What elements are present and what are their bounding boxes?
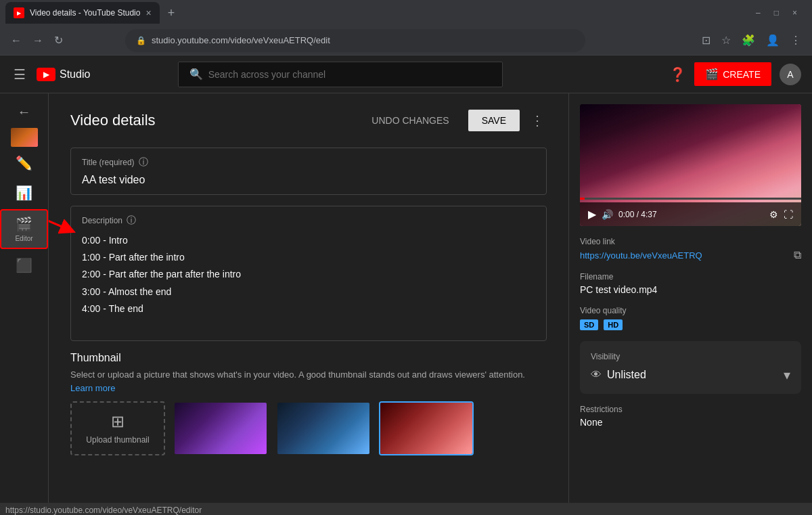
video-link-row: https://youtu.be/veVxeuAETRQ ⧉: [580, 249, 801, 261]
avatar-letter: A: [787, 69, 793, 80]
main-content: Video details UNDO CHANGES SAVE ⋮ Title …: [49, 93, 568, 503]
visibility-expand-button[interactable]: ▾: [784, 367, 790, 383]
thumbnail-section: Thumbnail Select or upload a picture tha…: [70, 352, 547, 455]
sidebar-item-analytics[interactable]: 📊: [0, 179, 48, 206]
window-controls: – □ ×: [752, 5, 807, 20]
title-value: AA test video: [82, 174, 535, 186]
description-field[interactable]: Description ⓘ 0:00 - Intro 1:00 - Part a…: [70, 206, 547, 341]
right-panel: ▶ 🔊 0:00 / 4:37 ⚙ ⛶ Video link https://y…: [568, 93, 812, 503]
status-bar: https://studio.youtube.com/video/veVxeuA…: [0, 503, 812, 515]
settings-button[interactable]: ⚙: [769, 209, 778, 220]
title-field[interactable]: Title (required) ⓘ AA test video: [70, 148, 547, 195]
restrictions-section: Restrictions None: [580, 405, 801, 428]
search-icon: 🔍: [189, 68, 203, 81]
profile-icon[interactable]: 👤: [763, 31, 782, 49]
sidebar-editor-label: Editor: [15, 235, 32, 242]
address-text: studio.youtube.com/video/veVxeuAETRQ/edi…: [152, 35, 330, 45]
thumbnail-option-3[interactable]: [379, 401, 474, 455]
bookmark-icon[interactable]: ☆: [719, 31, 734, 49]
top-right-actions: ❓ 🎬 CREATE A: [669, 62, 801, 86]
quality-label: Video quality: [580, 306, 801, 315]
video-preview: ▶ 🔊 0:00 / 4:37 ⚙ ⛶: [580, 104, 801, 226]
sidebar-item-editor[interactable]: 🎬 Editor: [0, 209, 48, 249]
quality-badges: SD HD: [580, 319, 801, 330]
description-help-icon[interactable]: ⓘ: [127, 215, 136, 227]
header-actions: UNDO CHANGES SAVE ⋮: [361, 110, 547, 131]
sidebar-item-edit[interactable]: ✏️: [0, 150, 48, 177]
sd-badge: SD: [580, 319, 598, 330]
restrictions-label: Restrictions: [580, 405, 801, 414]
video-thumbnail: ▶ 🔊 0:00 / 4:37 ⚙ ⛶: [580, 104, 801, 226]
sidebar-item-back[interactable]: ←: [0, 99, 48, 125]
visibility-text: Unlisted: [607, 369, 646, 381]
play-button[interactable]: ▶: [588, 208, 596, 221]
create-label: CREATE: [723, 69, 761, 80]
topbar: ☰ ▶ Studio 🔍 Search across your channel …: [0, 55, 812, 93]
upload-thumb-icon: ⊞: [111, 412, 125, 431]
search-bar[interactable]: 🔍 Search across your channel: [178, 62, 503, 87]
maximize-button[interactable]: □: [770, 5, 783, 20]
desc-line-2: 1:00 - Part after the intro: [82, 249, 535, 266]
reload-button[interactable]: ↻: [51, 31, 66, 49]
more-options-button[interactable]: ⋮: [528, 110, 547, 131]
visibility-value: 👁 Unlisted: [591, 369, 646, 381]
video-link-section: Video link https://youtu.be/veVxeuAETRQ …: [580, 237, 801, 261]
learn-more-link[interactable]: Learn more: [70, 383, 115, 393]
thumbnail-option-1[interactable]: [173, 401, 268, 455]
youtube-icon: ▶: [37, 68, 55, 81]
sidebar-item-subtitles[interactable]: ⬛: [0, 252, 48, 279]
new-tab-button[interactable]: +: [162, 3, 181, 23]
upload-thumbnail-button[interactable]: ⊞ Upload thumbnail: [70, 401, 165, 455]
avatar[interactable]: A: [780, 64, 801, 85]
desc-line-3: 2:00 - Part after the part after the int…: [82, 266, 535, 283]
thumbnail-description: Select or upload a picture that shows wh…: [70, 370, 547, 380]
subtitles-icon: ⬛: [16, 257, 32, 273]
toolbar-right: ⊡ ☆ 🧩 👤 ⋮: [699, 31, 804, 49]
video-url[interactable]: https://youtu.be/veVxeuAETRQ: [580, 250, 702, 261]
hd-badge: HD: [604, 319, 623, 330]
sidebar-thumb-image: [11, 128, 38, 147]
status-url: https://studio.youtube.com/video/veVxeuA…: [5, 506, 202, 515]
time-display: 0:00 / 4:37: [618, 210, 764, 219]
undo-changes-button[interactable]: UNDO CHANGES: [361, 110, 459, 131]
active-tab[interactable]: Video details - YouTube Studio ×: [5, 2, 160, 24]
copy-link-button[interactable]: ⧉: [794, 249, 801, 261]
fullscreen-button[interactable]: ⛶: [784, 209, 793, 220]
forward-button[interactable]: →: [30, 32, 46, 49]
create-icon: 🎬: [705, 68, 719, 81]
desc-line-4: 3:00 - Almost the end: [82, 284, 535, 300]
menu-icon[interactable]: ⋮: [788, 31, 804, 49]
video-link-label: Video link: [580, 237, 801, 246]
thumbnail-option-2[interactable]: [276, 401, 371, 455]
restrictions-value: None: [580, 417, 801, 428]
search-placeholder: Search across your channel: [208, 69, 326, 80]
page-title: Video details: [70, 112, 156, 129]
minimize-button[interactable]: –: [752, 5, 765, 20]
back-icon: ←: [18, 104, 31, 120]
editor-icon: 🎬: [16, 216, 32, 232]
title-help-icon[interactable]: ⓘ: [139, 156, 148, 169]
cast-icon[interactable]: ⊡: [699, 31, 713, 49]
thumbnail-image-1: [175, 403, 267, 454]
tab-title: Video details - YouTube Studio: [30, 8, 140, 18]
sidebar-thumbnail[interactable]: [11, 128, 38, 147]
extensions-icon[interactable]: 🧩: [739, 31, 758, 49]
filename-label: Filename: [580, 272, 801, 282]
visibility-row: 👁 Unlisted ▾: [591, 367, 790, 383]
desc-line-5: 4:00 - The end: [82, 300, 535, 317]
tab-close-button[interactable]: ×: [145, 7, 151, 18]
create-button[interactable]: 🎬 CREATE: [694, 62, 771, 86]
volume-button[interactable]: 🔊: [602, 209, 613, 220]
filename-section: Filename PC test video.mp4: [580, 272, 801, 295]
address-bar[interactable]: 🔒 studio.youtube.com/video/veVxeuAETRQ/e…: [125, 29, 585, 52]
lock-icon: 🔒: [136, 36, 146, 45]
upload-thumb-label: Upload thumbnail: [86, 435, 149, 445]
save-button[interactable]: SAVE: [468, 110, 520, 131]
hamburger-menu-button[interactable]: ☰: [11, 64, 28, 85]
help-button[interactable]: ❓: [669, 66, 686, 83]
close-button[interactable]: ×: [788, 5, 801, 20]
back-button[interactable]: ←: [8, 32, 24, 49]
tab-favicon: [14, 7, 24, 18]
yt-studio-logo[interactable]: ▶ Studio: [37, 68, 90, 81]
visibility-section[interactable]: Visibility 👁 Unlisted ▾: [580, 341, 801, 394]
